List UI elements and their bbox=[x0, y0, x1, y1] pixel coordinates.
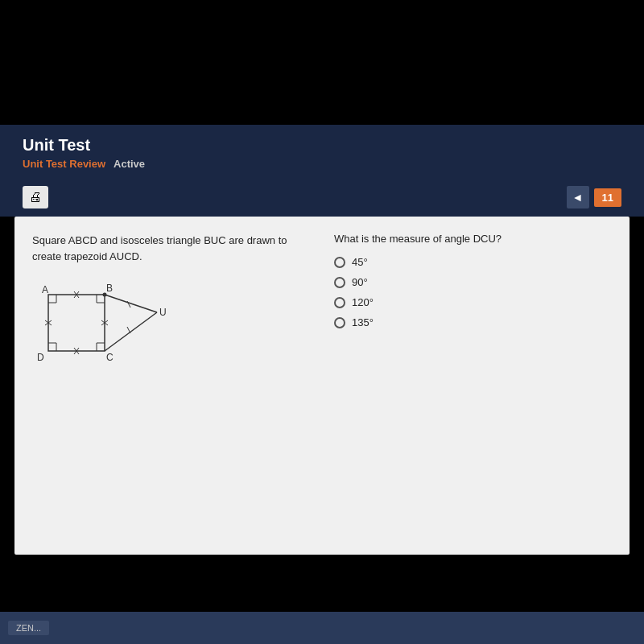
breadcrumb-link[interactable]: Unit Test Review bbox=[23, 158, 105, 170]
radio-option-3[interactable] bbox=[334, 297, 345, 308]
nav-right: ◄ 11 bbox=[567, 186, 621, 208]
svg-text:D: D bbox=[37, 352, 44, 363]
print-button[interactable]: 🖨 bbox=[23, 186, 48, 208]
radio-option-1[interactable] bbox=[334, 257, 345, 268]
nav-prev-button[interactable]: ◄ bbox=[567, 186, 589, 208]
option-label-4: 135° bbox=[352, 316, 374, 328]
page-number-badge: 11 bbox=[594, 188, 621, 207]
svg-text:U: U bbox=[159, 307, 167, 318]
option-label-1: 45° bbox=[352, 256, 368, 268]
diagram-area: A B U C D bbox=[32, 279, 185, 383]
svg-line-9 bbox=[105, 295, 157, 312]
option-item-3[interactable]: 120° bbox=[334, 296, 612, 308]
svg-text:A: A bbox=[42, 284, 48, 295]
content-area: Square ABCD and isosceles triangle BUC a… bbox=[14, 217, 630, 555]
right-column: What is the measure of angle DCU? 45° 90… bbox=[334, 233, 612, 383]
option-item-1[interactable]: 45° bbox=[334, 256, 612, 268]
question-description: Square ABCD and isosceles triangle BUC a… bbox=[32, 233, 310, 264]
page-title: Unit Test bbox=[23, 136, 621, 155]
option-item-4[interactable]: 135° bbox=[334, 316, 612, 328]
taskbar-item[interactable]: ZEN... bbox=[8, 621, 49, 635]
svg-line-11 bbox=[127, 301, 130, 308]
top-black-bar bbox=[0, 0, 644, 125]
left-arrow-icon: ◄ bbox=[572, 191, 584, 204]
options-list: 45° 90° 120° 135° bbox=[334, 256, 612, 328]
svg-text:B: B bbox=[106, 283, 113, 294]
question-wrapper: Square ABCD and isosceles triangle BUC a… bbox=[32, 233, 612, 383]
svg-line-12 bbox=[127, 327, 130, 333]
option-label-3: 120° bbox=[352, 296, 374, 308]
svg-line-10 bbox=[105, 312, 157, 351]
left-column: Square ABCD and isosceles triangle BUC a… bbox=[32, 233, 310, 383]
taskbar: ZEN... bbox=[0, 612, 644, 644]
breadcrumb: Unit Test Review Active bbox=[23, 158, 621, 170]
printer-icon: 🖨 bbox=[29, 190, 42, 204]
header-bar: Unit Test Unit Test Review Active bbox=[0, 125, 644, 180]
option-label-2: 90° bbox=[352, 276, 368, 288]
radio-option-4[interactable] bbox=[334, 317, 345, 328]
breadcrumb-active: Active bbox=[114, 158, 145, 170]
svg-text:C: C bbox=[106, 352, 114, 363]
answer-question-text: What is the measure of angle DCU? bbox=[334, 233, 612, 245]
toolbar-row: 🖨 ◄ 11 bbox=[0, 180, 644, 217]
geometry-diagram: A B U C D bbox=[32, 279, 185, 383]
radio-option-2[interactable] bbox=[334, 277, 345, 288]
option-item-2[interactable]: 90° bbox=[334, 276, 612, 288]
